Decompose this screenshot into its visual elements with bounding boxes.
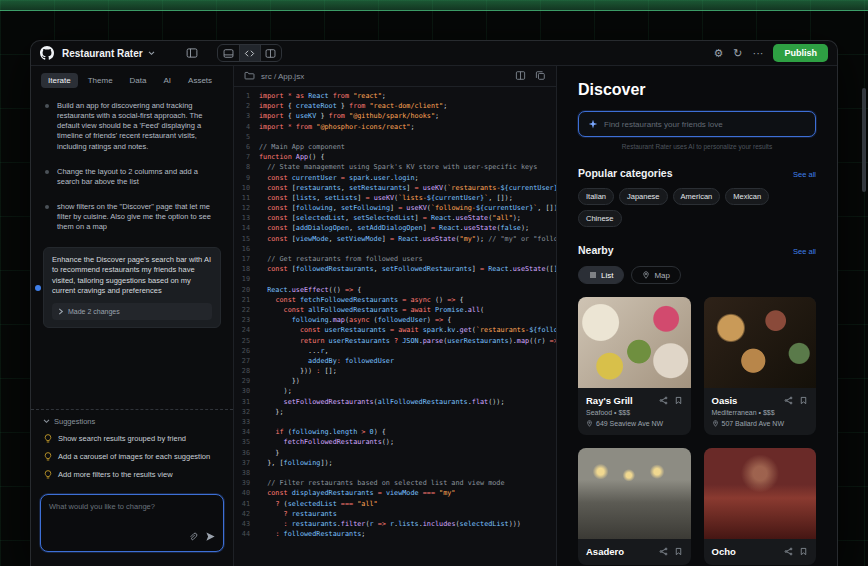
tab-theme[interactable]: Theme xyxy=(81,73,120,88)
lightbulb-icon xyxy=(43,470,53,480)
line-number: 2 xyxy=(234,101,259,111)
restaurant-card[interactable]: Ocho xyxy=(704,448,817,565)
bookmark-icon[interactable] xyxy=(799,396,808,405)
bookmark-icon[interactable] xyxy=(799,547,808,556)
restaurant-address: 649 Seaview Ave NW xyxy=(586,420,683,427)
restaurant-card[interactable]: OasisMediterranean • $$$507 Ballard Ave … xyxy=(704,297,817,435)
see-all-popular-link[interactable]: See all xyxy=(793,170,816,179)
category-pill-american[interactable]: American xyxy=(673,188,721,205)
line-content: import * as React from "react"; xyxy=(259,91,556,101)
line-content: import { useKV } from "@github/spark/hoo… xyxy=(259,111,556,121)
line-content xyxy=(259,132,556,142)
code-line: 9 const currentUser = spark.user.login; xyxy=(234,173,556,183)
restaurant-card[interactable]: Ray's GrillSeafood • $$$649 Seaview Ave … xyxy=(578,297,691,435)
code-line: 29 }) xyxy=(234,376,556,386)
suggestion-item[interactable]: Add more filters to the results view xyxy=(43,470,221,480)
share-icon[interactable] xyxy=(659,396,668,405)
more-options-icon[interactable]: ··· xyxy=(752,48,763,59)
see-all-nearby-link[interactable]: See all xyxy=(793,247,816,256)
chat-message[interactable]: Enhance the Discover page's search bar w… xyxy=(43,247,221,328)
suggestions-header[interactable]: Suggestions xyxy=(43,417,221,426)
settings-gear-icon[interactable]: ⚙ xyxy=(713,48,723,59)
restaurant-card-actions xyxy=(659,547,683,556)
category-pill-italian[interactable]: Italian xyxy=(578,188,614,205)
category-pill-mexican[interactable]: Mexican xyxy=(725,188,769,205)
restaurant-photo xyxy=(704,297,817,388)
code-line: 21 const fetchFollowedRestaurants = asyn… xyxy=(234,295,556,305)
share-icon[interactable] xyxy=(784,547,793,556)
code-line: 15 const [viewMode, setViewMode] = React… xyxy=(234,234,556,244)
attach-icon[interactable] xyxy=(188,528,198,546)
suggestions-list: Show search results grouped by friendAdd… xyxy=(43,434,221,480)
code-line: 31 setFollowedRestaurants(allFollowedRes… xyxy=(234,397,556,407)
category-pill-chinese[interactable]: Chinese xyxy=(578,210,622,227)
code-line: 44 : followedRestaurants; xyxy=(234,529,556,539)
line-number: 41 xyxy=(234,499,259,509)
line-content: const [restaurants, setRestaurants] = us… xyxy=(259,183,556,193)
suggestion-label: Add more filters to the results view xyxy=(58,470,173,479)
restaurant-card-header: Oasis xyxy=(712,395,809,406)
category-pill-japanese[interactable]: Japanese xyxy=(619,188,668,205)
tab-ai[interactable]: AI xyxy=(157,73,179,88)
restaurant-name: Ocho xyxy=(712,546,736,557)
bookmark-icon[interactable] xyxy=(674,547,683,556)
code-line: 40 const displayedRestaurants = viewMode… xyxy=(234,488,556,498)
share-icon[interactable] xyxy=(659,547,668,556)
file-path: src / App.jsx xyxy=(261,72,304,81)
share-icon[interactable] xyxy=(784,396,793,405)
publish-button[interactable]: Publish xyxy=(773,44,828,62)
page-scrollbar[interactable] xyxy=(862,88,866,192)
restaurant-address-text: 649 Seaview Ave NW xyxy=(596,420,663,427)
send-icon[interactable] xyxy=(205,528,216,546)
restaurant-card-actions xyxy=(784,396,808,405)
app-name[interactable]: Restaurant Rater xyxy=(62,48,143,59)
toggle-sidebar-icon[interactable] xyxy=(186,47,198,59)
split-editor-icon[interactable] xyxy=(515,67,526,85)
sidebar-tabs: IterateThemeDataAIAssets xyxy=(31,66,233,91)
suggestion-label: Add a carousel of images for each sugges… xyxy=(58,452,210,461)
line-number: 11 xyxy=(234,193,259,203)
chat-message: Build an app for discovering and trackin… xyxy=(57,101,221,152)
made-changes-toggle[interactable]: Made 2 changes xyxy=(52,303,212,320)
iterate-panel: IterateThemeDataAIAssets Build an app fo… xyxy=(31,66,234,566)
tab-assets[interactable]: Assets xyxy=(181,73,219,88)
restaurant-photo xyxy=(578,297,691,388)
list-view-toggle[interactable]: List xyxy=(578,266,624,284)
line-number: 21 xyxy=(234,295,259,305)
view-toggle: List Map xyxy=(578,266,816,284)
code-line: 4import * from "@phosphor-icons/react"; xyxy=(234,122,556,132)
restaurant-name: Ray's Grill xyxy=(586,395,633,406)
restaurant-card-header: Ray's Grill xyxy=(586,395,683,406)
restaurant-card[interactable]: Asadero xyxy=(578,448,691,565)
file-tree-icon[interactable] xyxy=(244,67,255,85)
suggestion-item[interactable]: Add a carousel of images for each sugges… xyxy=(43,452,221,462)
tab-iterate[interactable]: Iterate xyxy=(41,73,78,88)
code-line: 3import { useKV } from "@github/spark/ho… xyxy=(234,111,556,121)
search-input[interactable] xyxy=(604,120,806,129)
restaurant-card-body: OasisMediterranean • $$$507 Ballard Ave … xyxy=(704,388,817,435)
code-view-icon[interactable] xyxy=(239,45,260,61)
bookmark-icon[interactable] xyxy=(674,396,683,405)
line-number: 24 xyxy=(234,325,259,335)
line-content: fetchFollowedRestaurants(); xyxy=(259,437,556,447)
titlebar: Restaurant Rater ⚙ ↻ ··· Publish xyxy=(31,41,837,66)
chevron-down-icon[interactable] xyxy=(148,51,155,56)
spark-window: Restaurant Rater ⚙ ↻ ··· Publish xyxy=(30,40,838,566)
code-line: 35 fetchFollowedRestaurants(); xyxy=(234,437,556,447)
code-line: 33 xyxy=(234,417,556,427)
code-line: 1import * as React from "react"; xyxy=(234,91,556,101)
map-view-toggle[interactable]: Map xyxy=(631,266,681,284)
code-line: 24 const userRestaurants = await spark.k… xyxy=(234,325,556,335)
tab-data[interactable]: Data xyxy=(123,73,154,88)
split-view-icon[interactable] xyxy=(260,45,281,61)
line-content: ...r, xyxy=(259,346,556,356)
github-logo-icon xyxy=(40,46,54,60)
line-content: const [following, setFollowing] = useKV(… xyxy=(259,203,556,213)
panel-view-icon[interactable] xyxy=(218,45,239,61)
code-line: 14 const [addDialogOpen, setAddDialogOpe… xyxy=(234,223,556,233)
copy-file-icon[interactable] xyxy=(535,67,546,85)
line-content: setFollowedRestaurants(allFollowedRestau… xyxy=(259,397,556,407)
refresh-icon[interactable]: ↻ xyxy=(733,48,742,59)
category-pills: ItalianJapaneseAmericanMexicanChinese xyxy=(578,188,816,227)
suggestion-item[interactable]: Show search results grouped by friend xyxy=(43,434,221,444)
